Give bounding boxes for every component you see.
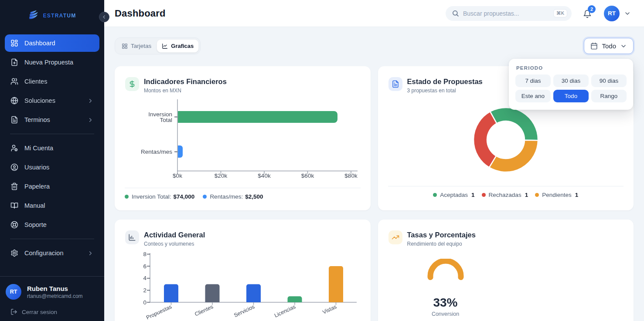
svg-text:Total: Total <box>160 117 172 123</box>
svg-text:Vistas: Vistas <box>322 304 338 315</box>
svg-text:$0k: $0k <box>173 172 182 178</box>
svg-text:Propuestas: Propuestas <box>145 304 173 321</box>
svg-text:0: 0 <box>143 299 147 306</box>
svg-text:4: 4 <box>143 275 147 281</box>
svg-text:$80k: $80k <box>344 172 358 178</box>
svg-text:Clientes: Clientes <box>194 304 214 318</box>
svg-text:$60k: $60k <box>301 172 314 178</box>
svg-text:$40k: $40k <box>258 172 271 178</box>
svg-text:Rentas/mes: Rentas/mes <box>141 149 172 155</box>
svg-text:Licencias: Licencias <box>273 304 296 319</box>
svg-text:6: 6 <box>143 263 147 270</box>
svg-text:Servicios: Servicios <box>233 304 256 318</box>
svg-text:8: 8 <box>143 251 147 257</box>
svg-text:2: 2 <box>143 287 147 294</box>
svg-text:$20k: $20k <box>215 172 228 178</box>
